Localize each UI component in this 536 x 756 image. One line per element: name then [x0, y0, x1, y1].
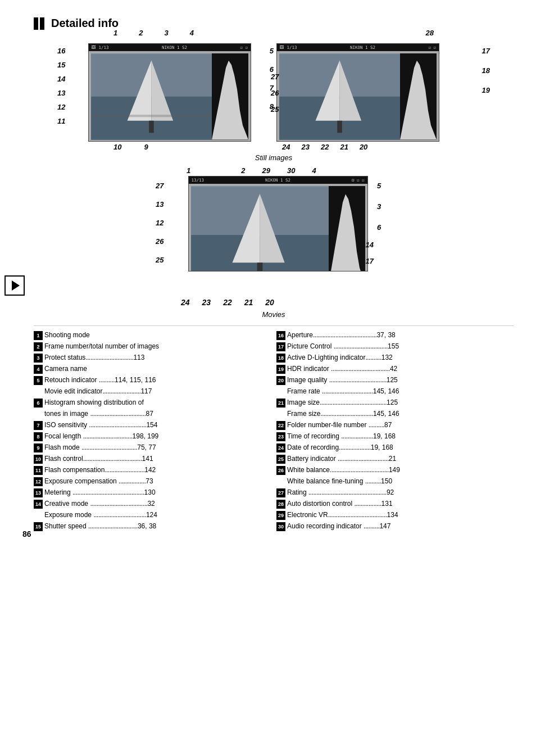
ref-num-24: 24 [276, 443, 285, 452]
title-decoration [34, 17, 44, 30]
ref-num-21: 21 [276, 399, 285, 408]
ref-num-13: 13 [34, 488, 43, 497]
ref-item-15: 15 Shutter speed .......................… [34, 522, 271, 531]
play-button[interactable] [4, 275, 25, 296]
ref-num-16: 16 [276, 331, 285, 340]
ref-text-21: Image size..............................… [287, 398, 398, 407]
ref-item-18: 18 Active D-Lighting indicator..........… [276, 353, 514, 363]
movie-r-label-6: 6 [377, 223, 392, 232]
movie-label-30: 30 [287, 166, 295, 175]
svg-rect-5 [91, 115, 212, 117]
label-15: 15 [57, 61, 65, 69]
ref-text-5b: Movie edit indicator....................… [44, 387, 152, 396]
svg-rect-12 [337, 121, 342, 133]
ref-item-26b: White balance fine-tuning ..........150 [276, 477, 514, 486]
label-11: 11 [57, 117, 65, 125]
movie-r-label-5: 5 [377, 182, 392, 190]
ref-item-12: 12 Exposure compensation ...............… [34, 477, 271, 486]
ref-text-26: White balance...........................… [287, 465, 400, 474]
ref-item-5b: Movie edit indicator....................… [34, 387, 271, 396]
ref-num-22: 22 [276, 421, 285, 430]
movie-scene-area: ★★★★★ [189, 184, 367, 271]
ref-item-25: 25 Battery indicator ...................… [276, 454, 514, 464]
ref-num-29: 29 [276, 511, 285, 520]
ref-text-14: Creative mode ..........................… [44, 499, 155, 508]
ref-text-5: Retouch indicator ..........114, 115, 11… [44, 375, 156, 384]
movie-b-label-20: 20 [265, 298, 274, 307]
ref-item-5: 5 Retouch indicator ..........114, 115, … [34, 375, 271, 385]
label-27r: 27 [271, 73, 279, 81]
label-14: 14 [57, 75, 65, 83]
scene-svg [91, 53, 212, 140]
ref-text-7: ISO sensitivity ........................… [44, 420, 157, 429]
ref-item-2: 2 Frame number/total number of images [34, 342, 271, 351]
still-diagrams-row: 1 2 3 4 16 15 14 13 12 11 [34, 39, 514, 151]
label-4: 4 [190, 29, 194, 37]
ref-num-14: 14 [34, 500, 43, 509]
ref-item-9: 9 Flash mode ...........................… [34, 443, 271, 452]
ref-text-17: Picture Control ........................… [287, 342, 399, 351]
ref-item-21b: Frame size..............................… [276, 409, 514, 419]
ref-text-30: Audio recording indicator ..........147 [287, 522, 390, 531]
bottom-labels-right: 24 23 22 21 20 [282, 143, 490, 151]
page-number: 86 [22, 529, 31, 538]
ref-item-27: 27 Rating ..............................… [276, 488, 514, 497]
ref-text-2: Frame number/total number of images [44, 342, 159, 351]
ref-text-14b: Exposure mode ..........................… [44, 510, 157, 519]
ref-text-15: Shutter speed ..........................… [44, 522, 156, 531]
hist-svg-right [400, 53, 437, 140]
ref-item-17: 17 Picture Control .....................… [276, 342, 514, 351]
ref-item-26: 26 White balance........................… [276, 465, 514, 475]
movie-histogram [329, 186, 365, 271]
ref-item-23: 23 Time of recording ...................… [276, 432, 514, 441]
cam-scene-area [89, 51, 251, 142]
ref-item-13: 13 Metering ............................… [34, 488, 271, 497]
right-labels-right: 17 18 19 [482, 47, 490, 94]
ref-num-25: 25 [276, 455, 285, 464]
ref-num-26: 26 [276, 466, 285, 475]
histogram-svg [212, 53, 248, 140]
ref-item-3: 3 Protect status........................… [34, 353, 271, 363]
svg-rect-4 [149, 121, 154, 133]
ref-text-28: Auto distortion control ................… [287, 499, 393, 508]
label-22: 22 [321, 143, 329, 151]
movie-b-label-23: 23 [202, 298, 211, 307]
still-right-diagram: 28 🖼 1/13 NIKON 1 S2 ☑ ☑ [271, 39, 490, 151]
ref-num-27: 27 [276, 488, 285, 497]
scene-svg-right [279, 53, 400, 140]
bottom-labels-left: 10 9 [113, 143, 276, 151]
movie-right-labels: 5 3 6 [375, 176, 392, 271]
ref-item-6b: tones in image .........................… [34, 409, 271, 419]
ref-num-18: 18 [276, 354, 285, 363]
movie-label-29: 29 [262, 166, 270, 175]
ref-num-20b [276, 387, 285, 396]
ref-item-19: 19 HDR indicator .......................… [276, 364, 514, 374]
reference-table: 1 Shooting mode 2 Frame number/total num… [34, 325, 514, 533]
label-12: 12 [57, 103, 65, 111]
ref-text-1: Shooting mode [44, 331, 90, 339]
title-text: Detailed info [51, 17, 119, 30]
ref-text-25: Battery indicator ......................… [287, 454, 396, 463]
ref-num-20: 20 [276, 376, 285, 385]
ref-item-7: 7 ISO sensitivity ......................… [34, 420, 271, 430]
movie-b-label-24: 24 [181, 298, 190, 307]
movie-scene-svg: ★★★★★ [191, 186, 329, 271]
label-16: 16 [57, 47, 65, 55]
ref-item-4: 4 Camera name [34, 364, 271, 374]
movie-label-1: 1 [187, 166, 190, 175]
movie-label-27: 27 [156, 182, 181, 190]
ref-item-6: 6 Histogram showing distribution of [34, 398, 271, 408]
ref-num-2: 2 [34, 342, 43, 351]
histogram-right [400, 53, 437, 140]
ref-num-15: 15 [34, 522, 43, 531]
cam-frame-right: 🖼 1/13 NIKON 1 S2 ☑ ☑ [276, 43, 490, 142]
ref-num-19: 19 [276, 365, 285, 374]
ref-num-4: 4 [34, 365, 43, 374]
ref-text-20b: Frame rate .............................… [287, 387, 399, 396]
movie-label-4: 4 [312, 166, 316, 175]
ref-text-22: Folder number-file number ..........87 [287, 420, 392, 429]
camera-display-right: 🖼 1/13 NIKON 1 S2 ☑ ☑ [276, 43, 439, 142]
histogram [212, 53, 248, 140]
label-20: 20 [360, 143, 367, 151]
label-21: 21 [340, 143, 348, 151]
